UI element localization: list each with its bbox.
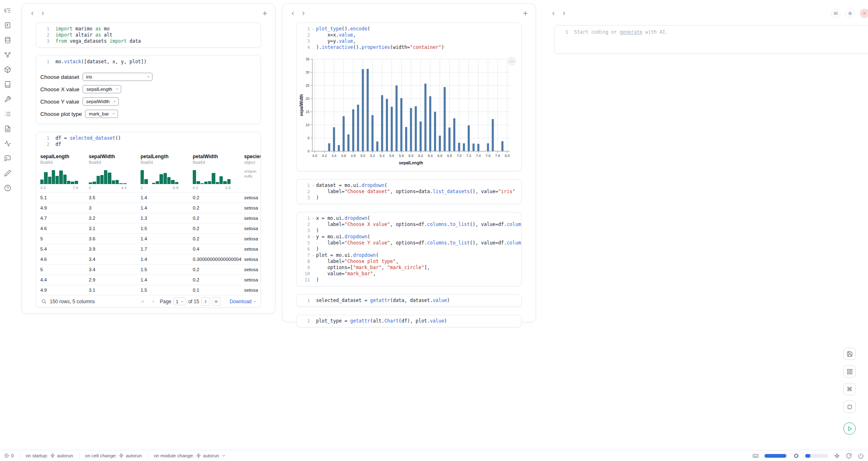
cell-selected-dataset: 1selected_dataset = getattr(data, datase… bbox=[296, 294, 522, 307]
fold-chevron-icon[interactable] bbox=[310, 26, 316, 32]
power-button[interactable] bbox=[858, 453, 864, 459]
column-move-right-button[interactable] bbox=[299, 9, 308, 18]
add-cell-button[interactable] bbox=[260, 9, 269, 18]
fold-chevron-icon[interactable] bbox=[310, 252, 316, 258]
table-cell: setosa bbox=[244, 257, 261, 262]
svg-text:5.8: 5.8 bbox=[399, 154, 404, 158]
cell-imports: 1import marimo as mo2import altair as al… bbox=[36, 23, 261, 48]
code-editor[interactable]: 1df = selected_dataset()2df bbox=[36, 132, 261, 150]
table-column-header: sepalWidthfloat6424.4 bbox=[89, 150, 141, 192]
chart-actions-button[interactable] bbox=[507, 57, 516, 66]
list-icon bbox=[4, 111, 11, 118]
settings-button[interactable] bbox=[845, 9, 855, 18]
autorun-on-module-change[interactable]: on module change: autorun bbox=[154, 453, 226, 458]
download-button[interactable]: Download bbox=[230, 299, 256, 304]
column-move-right-button[interactable] bbox=[559, 9, 568, 18]
code-line: 1import marimo as mo bbox=[39, 26, 257, 32]
next-page-button[interactable] bbox=[201, 297, 210, 306]
last-page-button[interactable] bbox=[212, 297, 221, 306]
previous-page-button[interactable] bbox=[149, 297, 158, 306]
snippets-panel-button[interactable] bbox=[2, 138, 13, 149]
code-editor[interactable]: 1mo.vstack([dataset, x, y, plot]) bbox=[36, 56, 261, 68]
tools-panel-button[interactable] bbox=[2, 94, 13, 104]
help-panel-button[interactable] bbox=[2, 182, 13, 193]
code-editor[interactable]: 1plot_type = getattr(alt.Chart(df), plot… bbox=[297, 315, 521, 327]
svg-text:7.2: 7.2 bbox=[466, 154, 471, 158]
code-editor[interactable]: 1dataset = mo.ui.dropdown(2 label="Choos… bbox=[297, 180, 521, 204]
svg-text:4.6: 4.6 bbox=[341, 154, 346, 158]
add-cell-button[interactable] bbox=[521, 9, 530, 18]
table-cell: 4.4 bbox=[40, 277, 89, 282]
table-cell: 1.4 bbox=[141, 277, 193, 282]
generate-with-ai-link[interactable]: generate bbox=[620, 29, 642, 35]
code-editor[interactable]: 1x = mo.ui.dropdown(2 label="Choose X va… bbox=[297, 212, 521, 286]
autorun-on-startup[interactable]: on startup: autorun bbox=[25, 453, 73, 458]
column-move-left-button[interactable] bbox=[28, 9, 37, 18]
ai-settings-button[interactable] bbox=[834, 453, 840, 459]
notebook-column-1: 1import marimo as mo2import altair as al… bbox=[21, 3, 275, 314]
marimo-file-panel-button[interactable] bbox=[2, 20, 13, 30]
table-cell: 1.4 bbox=[141, 236, 193, 241]
table-row: 4.63.41.40.30000000000000004setosa bbox=[40, 254, 261, 264]
plus-icon bbox=[262, 10, 268, 16]
outline-panel-button[interactable] bbox=[2, 79, 13, 90]
search-button[interactable] bbox=[41, 299, 46, 304]
documentation-panel-button[interactable] bbox=[2, 123, 13, 134]
code-line: 5 label="Choose Y value", options=df.col… bbox=[300, 240, 518, 246]
variables-panel-button[interactable] bbox=[2, 49, 13, 60]
code-editor[interactable]: 1plot_type().encode(2 x=x.value,3 y=y.va… bbox=[297, 23, 521, 53]
dropdown-select[interactable]: sepalLength bbox=[83, 85, 121, 93]
file-tree-panel-button[interactable] bbox=[2, 5, 13, 16]
column-move-left-button[interactable] bbox=[549, 9, 558, 18]
graph-nodes-icon bbox=[4, 51, 11, 58]
first-page-button[interactable] bbox=[139, 297, 147, 306]
cell-plot-type: 1plot_type = getattr(alt.Chart(df), plot… bbox=[296, 315, 522, 327]
app-preview-button[interactable] bbox=[843, 401, 856, 413]
chevron-down-icon bbox=[113, 100, 116, 103]
chevron-left-icon bbox=[151, 299, 156, 304]
svg-text:20: 20 bbox=[306, 97, 310, 101]
column-move-left-button[interactable] bbox=[288, 9, 297, 18]
chevron-right-icon bbox=[301, 11, 306, 16]
errors-indicator[interactable]: 0 bbox=[4, 453, 14, 458]
notebook-column-3: 1 Start coding or generate with AI. bbox=[542, 3, 868, 314]
svg-text:6.2: 6.2 bbox=[418, 154, 423, 158]
fold-chevron-icon[interactable] bbox=[310, 182, 316, 189]
save-button[interactable] bbox=[843, 348, 856, 360]
chevron-left-icon bbox=[30, 11, 35, 16]
cell-plot: 1plot_type().encode(2 x=x.value,3 y=y.va… bbox=[296, 23, 522, 171]
datasources-panel-button[interactable] bbox=[2, 35, 13, 45]
code-editor[interactable]: 1selected_dataset = getattr(data, datase… bbox=[297, 295, 521, 307]
autorun-on-cell-change[interactable]: on cell change: autorun bbox=[85, 453, 142, 458]
logs-panel-button[interactable] bbox=[2, 108, 13, 119]
zap-icon bbox=[119, 453, 124, 458]
dropdown-select[interactable]: mark_bar bbox=[85, 110, 118, 118]
fold-chevron-icon[interactable] bbox=[310, 234, 316, 240]
run-all-button[interactable] bbox=[843, 422, 856, 435]
notebook-menu-button[interactable] bbox=[831, 9, 840, 18]
altair-bar-chart[interactable]: 4.04.24.44.64.85.05.25.45.65.86.06.26.46… bbox=[298, 56, 515, 168]
dropdown-select[interactable]: iris bbox=[83, 73, 152, 81]
layout-select-button[interactable] bbox=[843, 365, 856, 378]
scratchpad-panel-button[interactable] bbox=[2, 168, 13, 178]
svg-text:6.6: 6.6 bbox=[437, 154, 442, 158]
dropdown-select[interactable]: sepalWidth bbox=[83, 97, 119, 106]
line-number: 1 bbox=[558, 29, 568, 35]
page-select[interactable]: 1 bbox=[173, 297, 186, 305]
code-editor[interactable]: 1import marimo as mo2import altair as al… bbox=[36, 23, 261, 47]
column-move-right-button[interactable] bbox=[38, 9, 47, 18]
panel-rail bbox=[0, 0, 15, 193]
empty-cell-editor[interactable]: 1 Start coding or generate with AI. bbox=[554, 25, 868, 54]
keyboard-shortcuts-icon-button[interactable] bbox=[753, 453, 759, 459]
restart-kernel-button[interactable] bbox=[846, 453, 852, 459]
packages-panel-button[interactable] bbox=[2, 64, 13, 75]
shutdown-kernel-button[interactable] bbox=[860, 9, 868, 18]
fold-chevron-icon[interactable] bbox=[310, 215, 316, 221]
chat-panel-button[interactable] bbox=[2, 153, 13, 164]
file-text-icon bbox=[4, 125, 11, 132]
table-cell: 1.4 bbox=[141, 205, 193, 210]
close-icon bbox=[862, 11, 867, 16]
line-number: 3 bbox=[300, 228, 310, 234]
keyboard-shortcuts-button[interactable]: ⌘ bbox=[843, 383, 856, 395]
chevron-right-icon bbox=[40, 11, 46, 16]
